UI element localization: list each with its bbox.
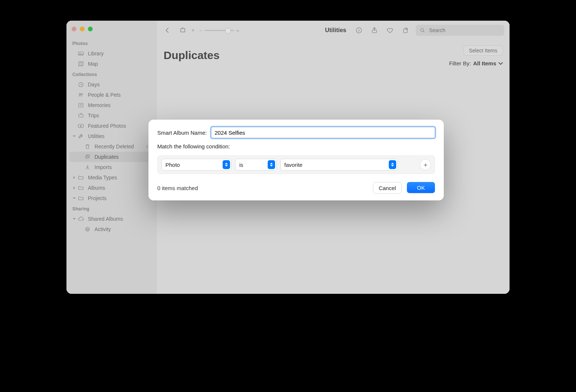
folder-icon (78, 195, 84, 202)
popup-stepper-icon (223, 160, 230, 169)
zoom-window-button[interactable] (88, 27, 93, 31)
back-button[interactable] (162, 25, 172, 35)
window-controls (66, 24, 157, 38)
map-icon (78, 61, 84, 67)
svg-point-3 (79, 93, 81, 95)
sidebar-item-label: Recently Deleted (95, 144, 134, 149)
memories-icon (78, 102, 84, 109)
sidebar-item-label: Memories (88, 102, 110, 108)
items-matched-label: 0 items matched (157, 185, 198, 191)
photo-library-icon (78, 50, 84, 57)
smart-album-name-input[interactable] (211, 127, 435, 138)
page-title: Duplicates (164, 49, 499, 62)
sidebar-item-label: Duplicates (95, 154, 119, 160)
toolbar-divider: ▾ (192, 27, 195, 34)
trash-icon (84, 143, 91, 150)
duplicates-icon (84, 154, 91, 160)
clock-icon (78, 81, 84, 88)
svg-rect-10 (87, 155, 90, 158)
svg-point-12 (87, 228, 89, 230)
condition-row: Photo is favorite ＋ (157, 155, 435, 174)
sidebar-item-label: Projects (88, 195, 107, 201)
zoom-slider[interactable]: − + (199, 27, 240, 34)
sidebar-item-people-pets[interactable]: People & Pets (69, 90, 154, 100)
sidebar-item-activity[interactable]: Activity (69, 224, 154, 234)
people-icon (78, 92, 84, 98)
toolbar: ▾ − + Utilities (157, 21, 510, 40)
sidebar-item-media-types[interactable]: Media Types (69, 172, 154, 183)
condition-operator-value: is (239, 162, 243, 168)
sidebar-item-imports[interactable]: Imports (69, 162, 154, 172)
sidebar-item-utilities[interactable]: Utilities (69, 131, 154, 141)
chevron-down-icon (498, 61, 503, 66)
search-icon (419, 27, 425, 33)
select-items-button[interactable]: Select Items (463, 45, 503, 56)
zoom-out-icon: − (199, 27, 202, 34)
ok-button[interactable]: OK (407, 182, 435, 193)
filter-by-control[interactable]: Filter By: All Items (449, 60, 503, 66)
cloud-icon (78, 216, 84, 222)
sidebar-item-featured[interactable]: Featured Photos (69, 121, 154, 131)
plus-icon: ＋ (422, 161, 429, 169)
zoom-thumb[interactable] (225, 28, 231, 34)
sidebar-item-label: People & Pets (88, 92, 121, 98)
close-window-button[interactable] (72, 27, 76, 31)
sidebar-item-trips[interactable]: Trips (69, 110, 154, 121)
svg-rect-6 (79, 114, 83, 117)
sidebar-item-label: Featured Photos (88, 123, 126, 129)
sidebar-item-label: Shared Albums (88, 216, 123, 222)
zoom-track[interactable] (205, 30, 234, 31)
sidebar-item-label: Map (88, 61, 98, 67)
sidebar-section-sharing-header: Sharing (66, 203, 157, 214)
featured-icon (78, 123, 84, 129)
minimize-window-button[interactable] (80, 27, 85, 31)
info-button[interactable] (354, 25, 364, 35)
condition-label: Match the following condition: (157, 143, 435, 149)
sidebar-section-photos-header: Photos (66, 38, 157, 48)
chevron-down-icon (72, 196, 76, 200)
sidebar-item-label: Media Types (88, 175, 117, 180)
condition-operator-popup[interactable]: is (235, 159, 277, 171)
sidebar-section-collections-header: Collections (66, 69, 157, 79)
sidebar-item-albums[interactable]: Albums (69, 183, 154, 193)
search-input[interactable] (428, 27, 501, 34)
sidebar-item-days[interactable]: Days (69, 79, 154, 90)
condition-field-value: Photo (165, 162, 180, 168)
cancel-button[interactable]: Cancel (373, 182, 402, 194)
sidebar-item-label: Library (88, 51, 104, 56)
sidebar-item-label: Activity (95, 226, 111, 232)
svg-rect-13 (181, 28, 185, 32)
sidebar-item-recently-deleted[interactable]: Recently Deleted (69, 141, 154, 152)
sidebar-item-projects[interactable]: Projects (69, 193, 154, 203)
sidebar-item-label: Days (88, 82, 100, 87)
add-condition-button[interactable]: ＋ (420, 159, 431, 170)
svg-point-4 (81, 94, 83, 95)
folder-icon (78, 185, 84, 191)
sidebar-item-label: Trips (88, 113, 99, 118)
sidebar-item-map[interactable]: Map (69, 59, 154, 69)
smart-album-sheet: Smart Album Name: Match the following co… (148, 120, 444, 200)
sidebar-item-label: Albums (88, 185, 105, 191)
favorite-button[interactable] (385, 25, 395, 35)
sidebar-item-memories[interactable]: Memories (69, 100, 154, 110)
sidebar-item-library[interactable]: Library (69, 48, 154, 59)
activity-icon (84, 226, 91, 233)
sidebar-item-label: Utilities (88, 133, 104, 139)
download-icon (84, 164, 91, 171)
sidebar-item-duplicates[interactable]: Duplicates (69, 152, 154, 162)
chevron-down-icon (72, 134, 76, 138)
smart-album-name-label: Smart Album Name: (157, 130, 207, 136)
aspect-button[interactable] (178, 25, 188, 35)
sidebar: Photos Library Map Collections Days Peop… (66, 21, 157, 294)
sidebar-item-shared-albums[interactable]: Shared Albums (69, 214, 154, 224)
condition-value-value: favorite (284, 162, 302, 168)
wrench-icon (78, 133, 84, 140)
search-field[interactable] (416, 25, 504, 36)
share-button[interactable] (369, 25, 380, 35)
popup-stepper-icon (389, 160, 396, 169)
condition-value-popup[interactable]: favorite (280, 159, 398, 171)
condition-field-popup[interactable]: Photo (161, 159, 232, 171)
svg-point-15 (359, 29, 359, 30)
chevron-down-icon (72, 217, 76, 221)
rotate-button[interactable] (400, 25, 411, 35)
